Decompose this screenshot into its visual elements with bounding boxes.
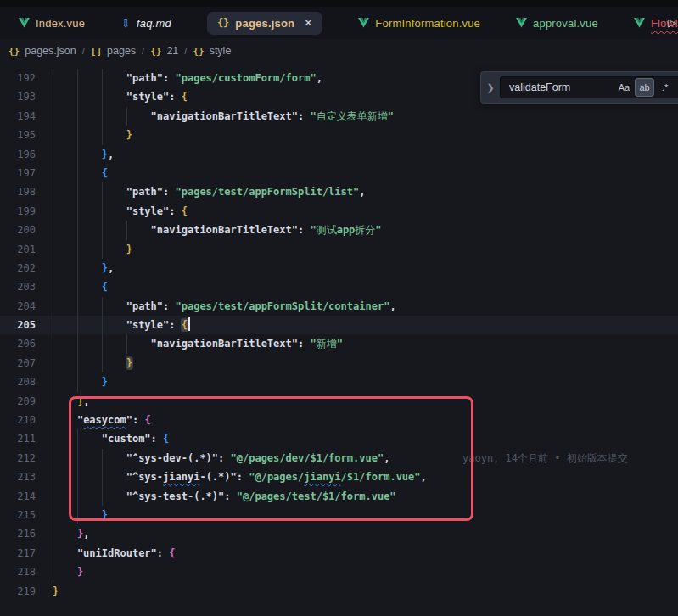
editor-pane[interactable]: 192"path": "pages/customForm/form",193"s…	[0, 63, 678, 616]
code-content[interactable]: "path": "pages/test/appFormSplit/list",	[53, 182, 678, 201]
code-content[interactable]: "custom": {	[53, 429, 678, 448]
code-content[interactable]: "navigationBarTitleText": "自定义表单新增"	[53, 107, 678, 126]
tab-overflow-icon[interactable]: ▷	[668, 16, 676, 29]
code-content[interactable]: }	[53, 372, 678, 391]
line-number[interactable]: 213	[0, 468, 53, 486]
tab-index-vue[interactable]: Index.vue	[19, 17, 85, 30]
line-number[interactable]: 194	[0, 107, 53, 126]
line-number[interactable]: 203	[0, 277, 53, 296]
find-match-case-button[interactable]: Aa	[615, 79, 633, 96]
code-tokens: "^sys-jianyi-(.*)": "@/pages/jianyi/$1/f…	[53, 468, 427, 486]
line-number[interactable]: 206	[0, 334, 53, 353]
code-content[interactable]: {	[53, 164, 678, 182]
code-line-215[interactable]: 215}	[0, 506, 678, 524]
line-number[interactable]: 204	[0, 297, 53, 316]
line-number[interactable]: 217	[0, 544, 53, 563]
line-number[interactable]: 192	[0, 69, 53, 87]
line-number[interactable]: 202	[0, 259, 53, 277]
line-number[interactable]: 196	[0, 145, 53, 164]
tab-pages-json[interactable]: {}pages.json✕	[207, 12, 322, 35]
code-content[interactable]: "^sys-test-(.*)": "@/pages/test/$1/form.…	[53, 487, 678, 506]
code-line-208[interactable]: 208}	[0, 372, 678, 391]
code-line-209[interactable]: 209],	[0, 392, 678, 411]
line-number[interactable]: 214	[0, 487, 53, 506]
token-str: "pages/customForm/form"	[176, 72, 317, 84]
code-content[interactable]: ],	[53, 392, 678, 411]
line-number[interactable]: 200	[0, 221, 53, 239]
tab-close-icon[interactable]: ✕	[304, 17, 312, 29]
code-line-197[interactable]: 197{	[0, 164, 678, 182]
code-line-200[interactable]: 200"navigationBarTitleText": "测试app拆分"	[0, 221, 678, 239]
line-number[interactable]: 210	[0, 411, 53, 429]
code-line-202[interactable]: 202},	[0, 259, 678, 277]
find-regex-button[interactable]: .*	[656, 79, 674, 96]
code-line-195[interactable]: 195}	[0, 126, 678, 144]
code-content[interactable]: "^sys-dev-(.*)": "@/pages/dev/$1/form.vu…	[53, 449, 678, 468]
code-tokens: "custom": {	[53, 429, 169, 448]
line-number[interactable]: 211	[0, 429, 53, 448]
line-number[interactable]: 208	[0, 372, 53, 391]
breadcrumb-item-pages[interactable]: []pages	[91, 45, 136, 57]
code-content[interactable]: },	[53, 259, 678, 277]
code-content[interactable]: }	[53, 240, 678, 259]
line-number[interactable]: 195	[0, 126, 53, 144]
code-content[interactable]: "navigationBarTitleText": "新增"	[53, 334, 678, 353]
code-content[interactable]: }	[53, 126, 678, 144]
line-number[interactable]: 216	[0, 524, 53, 543]
code-content[interactable]: "style": {	[53, 316, 678, 334]
code-line-201[interactable]: 201}	[0, 240, 678, 259]
code-content[interactable]: {	[53, 277, 678, 296]
line-number[interactable]: 201	[0, 240, 53, 259]
code-line-219[interactable]: 219}	[0, 582, 678, 601]
code-line-212[interactable]: 212"^sys-dev-(.*)": "@/pages/dev/$1/form…	[0, 449, 678, 468]
code-content[interactable]: "path": "pages/test/appFormSplit/contain…	[53, 297, 678, 316]
line-number[interactable]: 199	[0, 202, 53, 221]
line-number[interactable]: 198	[0, 182, 53, 201]
code-content[interactable]: "style": {	[53, 202, 678, 221]
code-line-205[interactable]: 205"style": {	[0, 316, 678, 334]
tab-forminformation-vue[interactable]: FormInformation.vue	[358, 17, 480, 30]
code-content[interactable]: },	[53, 145, 678, 164]
code-content[interactable]: }	[53, 506, 678, 524]
code-line-206[interactable]: 206"navigationBarTitleText": "新增"	[0, 334, 678, 353]
breadcrumb-item-21[interactable]: {}21	[150, 45, 178, 57]
code-line-214[interactable]: 214"^sys-test-(.*)": "@/pages/test/$1/fo…	[0, 487, 678, 506]
code-content[interactable]: "uniIdRouter": {	[53, 544, 678, 563]
line-number[interactable]: 205	[0, 316, 53, 334]
code-content[interactable]: }	[53, 582, 678, 601]
line-number[interactable]: 218	[0, 563, 53, 581]
code-line-198[interactable]: 198"path": "pages/test/appFormSplit/list…	[0, 182, 678, 201]
code-line-210[interactable]: 210"easycom": {	[0, 411, 678, 429]
code-line-194[interactable]: 194"navigationBarTitleText": "自定义表单新增"	[0, 107, 678, 126]
breadcrumb-item-style[interactable]: {}style	[193, 45, 231, 57]
code-line-207[interactable]: 207}	[0, 354, 678, 372]
code-content[interactable]: "navigationBarTitleText": "测试app拆分"	[53, 221, 678, 239]
line-number[interactable]: 207	[0, 354, 53, 372]
find-expand-chevron-icon[interactable]: ❯	[481, 82, 500, 93]
code-content[interactable]: },	[53, 524, 678, 543]
line-number[interactable]: 193	[0, 87, 53, 106]
code-line-211[interactable]: 211"custom": {	[0, 429, 678, 448]
tab-faq-md[interactable]: ⇩faq.md	[120, 17, 171, 30]
code-line-204[interactable]: 204"path": "pages/test/appFormSplit/cont…	[0, 297, 678, 316]
tab-approval-vue[interactable]: approval.vue	[516, 17, 598, 30]
code-line-203[interactable]: 203{	[0, 277, 678, 296]
code-line-218[interactable]: 218}	[0, 563, 678, 581]
line-number[interactable]: 215	[0, 506, 53, 524]
code-line-216[interactable]: 216},	[0, 524, 678, 543]
find-whole-word-button[interactable]: ab	[636, 79, 653, 96]
code-line-199[interactable]: 199"style": {	[0, 202, 678, 221]
line-number[interactable]: 219	[0, 582, 53, 601]
line-number[interactable]: 212	[0, 449, 53, 468]
indent-guide	[53, 392, 53, 411]
code-line-213[interactable]: 213"^sys-jianyi-(.*)": "@/pages/jianyi/$…	[0, 468, 678, 486]
code-content[interactable]: }	[53, 563, 678, 581]
line-number[interactable]: 197	[0, 164, 53, 182]
code-content[interactable]: }	[53, 354, 678, 372]
breadcrumb-item-pages-json[interactable]: {}pages.json	[8, 45, 76, 57]
code-content[interactable]: "^sys-jianyi-(.*)": "@/pages/jianyi/$1/f…	[53, 468, 678, 486]
line-number[interactable]: 209	[0, 392, 53, 411]
code-line-196[interactable]: 196},	[0, 145, 678, 164]
code-line-217[interactable]: 217"uniIdRouter": {	[0, 544, 678, 563]
code-content[interactable]: "easycom": {	[53, 411, 678, 429]
